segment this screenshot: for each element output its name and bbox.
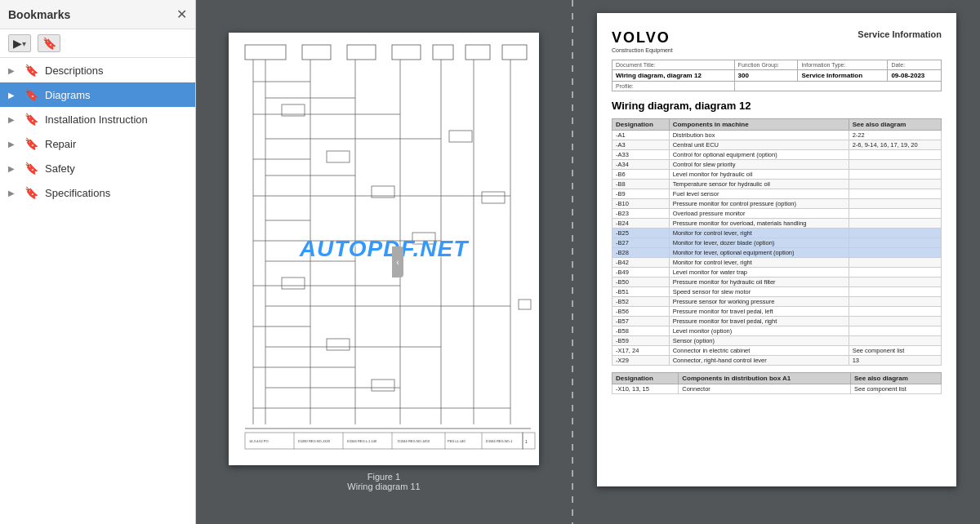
table-cell: -B10 <box>612 199 670 209</box>
profile-label: Profile: <box>612 82 735 91</box>
bookmark-tool-button[interactable]: 🔖 <box>38 34 60 52</box>
table-cell: -X17, 24 <box>612 346 670 356</box>
doc-title-value: Wiring diagram, diagram 12 <box>612 70 735 82</box>
service-info-header: VOLVO Construction Equipment Service Inf… <box>612 29 942 53</box>
table-cell: -A34 <box>612 160 670 170</box>
table-cell: Control for optional equipment (option) <box>669 150 849 160</box>
table-cell: -B58 <box>612 326 670 336</box>
svg-text:14.3:4.62 PO: 14.3:4.62 PO <box>249 439 269 443</box>
document-info-table: Document Title: Function Group: Informat… <box>612 60 942 91</box>
table-cell: -X29 <box>612 356 670 366</box>
table-cell <box>849 160 941 170</box>
table-cell: Connector <box>679 384 851 394</box>
table-cell: Connector in electric cabinet <box>669 346 849 356</box>
table-cell: -X10, 13, 15 <box>612 384 679 394</box>
table-row: -X29Connector, right-hand control lever1… <box>612 356 942 366</box>
sidebar-item-label: Repair <box>45 138 76 150</box>
expand-arrow-icon: ▶ <box>8 164 18 173</box>
bookmark-icon: 🔖 <box>24 162 38 175</box>
table-row: -X17, 24Connector in electric cabinetSee… <box>612 346 942 356</box>
bookmark-icon: 🔖 <box>24 64 38 77</box>
table-cell: Monitor for lever, dozer blade (option) <box>669 238 849 248</box>
table-cell: -B42 <box>612 258 670 268</box>
sidebar-item-label: Descriptions <box>45 64 104 77</box>
dropdown-arrow-icon: ▾ <box>22 39 26 48</box>
table-cell: Central unit ECU <box>669 140 849 150</box>
brand-subtitle: Construction Equipment <box>612 47 673 53</box>
table-cell <box>849 199 941 209</box>
table-row: -X10, 13, 15ConnectorSee component list <box>612 384 942 394</box>
sidebar-close-button[interactable]: ✕ <box>176 7 187 22</box>
table2-header-cell: Components in distribution box A1 <box>679 373 851 384</box>
table-row: -B24Pressure monitor for overload, mater… <box>612 219 942 229</box>
table-cell: Fuel level sensor <box>669 189 849 199</box>
table-row: -B23Overload pressure monitor <box>612 209 942 219</box>
table-cell <box>849 336 941 346</box>
select-tool-button[interactable]: ▶ ▾ <box>8 34 31 52</box>
sidebar-collapse-button[interactable]: ‹ <box>392 246 403 278</box>
sidebar-tools: ▶ ▾ 🔖 <box>0 29 195 58</box>
table-header-cell: Components in machine <box>669 119 849 131</box>
table-row: -B9Fuel level sensor <box>612 189 942 199</box>
svg-text:PEG:LL:140: PEG:LL:140 <box>448 439 466 443</box>
pdf-right-panel: VOLVO Construction Equipment Service Inf… <box>573 0 980 524</box>
table-row: -B42Monitor for control lever, right <box>612 258 942 268</box>
table-header-cell: See also diagram <box>849 119 941 131</box>
table-cell: -B57 <box>612 317 670 326</box>
sidebar-item-descriptions[interactable]: ▶ 🔖 Descriptions <box>0 58 195 82</box>
table-row: -B27Monitor for lever, dozer blade (opti… <box>612 238 942 248</box>
svg-rect-0 <box>229 33 539 465</box>
table-cell <box>849 297 941 307</box>
table-cell <box>849 278 941 287</box>
table-cell: Monitor for lever, optional equipment (o… <box>669 248 849 258</box>
table-cell: Control for slew priority <box>669 160 849 170</box>
table-cell: -B23 <box>612 209 670 219</box>
table-row: -B50Pressure monitor for hydraulic oil f… <box>612 278 942 287</box>
table-cell: Distribution box <box>669 131 849 140</box>
table-cell: -B28 <box>612 248 670 258</box>
expand-arrow-icon: ▶ <box>8 115 18 124</box>
sidebar-item-installation[interactable]: ▶ 🔖 Installation Instruction <box>0 107 195 131</box>
table-cell <box>849 248 941 258</box>
table-cell: -B49 <box>612 268 670 278</box>
sidebar-item-diagrams[interactable]: ▶ 🔖 Diagrams <box>0 82 195 107</box>
table-cell: -B25 <box>612 229 670 238</box>
table-cell: Temperature sensor for hydraulic oil <box>669 180 849 189</box>
sidebar-item-label: Installation Instruction <box>45 113 148 126</box>
service-info-label: Service Information <box>858 29 942 39</box>
table-row: -B25Monitor for control lever, right <box>612 229 942 238</box>
table-header-row: DesignationComponents in machineSee also… <box>612 119 942 131</box>
table-cell <box>849 150 941 160</box>
table-row: -B59Sensor (option) <box>612 336 942 346</box>
table-cell <box>849 268 941 278</box>
figure-caption: Figure 1 Wiring diagram 11 <box>347 472 420 491</box>
sidebar-item-repair[interactable]: ▶ 🔖 Repair <box>0 131 195 156</box>
table-cell: -B50 <box>612 278 670 287</box>
table-row: -B57Pressure monitor for travel pedal, r… <box>612 317 942 326</box>
table-cell: -B24 <box>612 219 670 229</box>
select-icon: ▶ <box>13 37 22 50</box>
bookmark-icon: 🔖 <box>24 113 38 126</box>
table-cell: -A1 <box>612 131 670 140</box>
pdf-left-panel: 14.3:4.62 PO D1280 REG:NO-1320 D1344 REG… <box>196 0 572 524</box>
info-type-label: Information Type: <box>798 60 888 70</box>
pdf-page-right: VOLVO Construction Equipment Service Inf… <box>597 13 956 486</box>
table-cell <box>849 307 941 317</box>
sidebar-item-specifications[interactable]: ▶ 🔖 Specifications <box>0 180 195 205</box>
table-header-cell: Designation <box>612 119 670 131</box>
table-cell: -B52 <box>612 297 670 307</box>
table-cell: Pressure monitor for travel pedal, left <box>669 307 849 317</box>
sidebar-item-label: Safety <box>45 162 75 175</box>
table-cell: Level monitor for hydraulic oil <box>669 170 849 180</box>
function-group-label: Function Group: <box>734 60 798 70</box>
sidebar-title: Bookmarks <box>8 8 70 21</box>
distribution-table: DesignationComponents in distribution bo… <box>612 372 942 394</box>
bookmark-list: ▶ 🔖 Descriptions ▶ 🔖 Diagrams ▶ 🔖 Instal… <box>0 58 195 524</box>
table-cell: -B9 <box>612 189 670 199</box>
table-cell: -A3 <box>612 140 670 150</box>
sidebar-item-safety[interactable]: ▶ 🔖 Safety <box>0 156 195 180</box>
table-cell: 2-22 <box>849 131 941 140</box>
function-group-value: 300 <box>734 70 798 82</box>
table-cell: Pressure monitor for hydraulic oil filte… <box>669 278 849 287</box>
components-table: DesignationComponents in machineSee also… <box>612 118 942 366</box>
